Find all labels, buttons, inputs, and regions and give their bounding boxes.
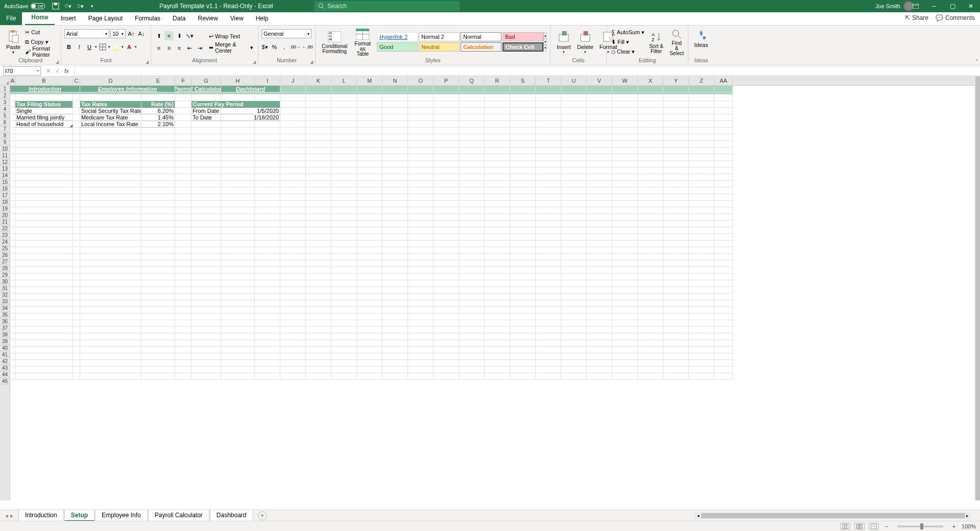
cell[interactable] xyxy=(73,307,80,313)
sheet-tab-dashboard[interactable]: Dashboard xyxy=(210,510,253,521)
cell[interactable] xyxy=(15,254,73,260)
cell[interactable] xyxy=(561,174,587,181)
cell[interactable]: Single xyxy=(15,108,73,114)
cell[interactable] xyxy=(638,280,663,287)
cell[interactable] xyxy=(587,201,612,207)
cell[interactable] xyxy=(357,207,383,214)
cell[interactable] xyxy=(10,154,15,161)
cell[interactable] xyxy=(587,227,612,234)
cell[interactable] xyxy=(587,121,612,128)
cell[interactable] xyxy=(408,267,434,274)
cell[interactable] xyxy=(408,367,434,373)
col-header-L[interactable]: L xyxy=(331,77,357,85)
cell[interactable] xyxy=(663,207,689,214)
cell[interactable]: Employee Information xyxy=(80,86,175,92)
qat-customize-icon[interactable]: ▾ xyxy=(89,3,96,10)
cell[interactable] xyxy=(612,340,638,347)
cell[interactable] xyxy=(485,327,510,333)
cell[interactable] xyxy=(536,247,561,254)
cell[interactable] xyxy=(306,86,331,92)
cell[interactable] xyxy=(192,234,221,240)
cell[interactable] xyxy=(714,327,733,333)
cell[interactable] xyxy=(255,187,280,194)
cell[interactable] xyxy=(192,353,221,360)
cell[interactable] xyxy=(221,161,255,167)
cell[interactable] xyxy=(434,108,459,114)
cell[interactable] xyxy=(434,154,459,161)
cell[interactable] xyxy=(638,221,663,227)
cell[interactable]: Married filing jointly xyxy=(15,114,73,121)
cell[interactable] xyxy=(73,254,80,260)
cell[interactable] xyxy=(306,94,331,101)
cell[interactable] xyxy=(255,260,280,267)
col-header-D[interactable]: D xyxy=(80,77,141,85)
cell[interactable] xyxy=(255,373,280,380)
cell[interactable] xyxy=(141,207,175,214)
cell[interactable] xyxy=(510,154,536,161)
cell[interactable] xyxy=(612,313,638,320)
cell[interactable] xyxy=(561,353,587,360)
cell[interactable] xyxy=(536,347,561,353)
cell[interactable] xyxy=(175,201,192,207)
cell[interactable] xyxy=(192,254,221,260)
cell[interactable] xyxy=(408,141,434,148)
cell[interactable] xyxy=(714,207,733,214)
cell[interactable] xyxy=(192,121,221,128)
cell[interactable] xyxy=(510,300,536,307)
cell[interactable] xyxy=(663,134,689,141)
cell[interactable] xyxy=(663,161,689,167)
cell[interactable] xyxy=(587,161,612,167)
cell[interactable] xyxy=(663,128,689,134)
cell[interactable] xyxy=(510,194,536,201)
cell[interactable] xyxy=(357,353,383,360)
cell[interactable] xyxy=(10,360,15,367)
cell[interactable] xyxy=(434,333,459,340)
cell[interactable] xyxy=(638,274,663,280)
cell[interactable] xyxy=(255,154,280,161)
cell[interactable] xyxy=(663,294,689,300)
cell[interactable] xyxy=(663,227,689,234)
cell[interactable] xyxy=(587,300,612,307)
cell[interactable] xyxy=(141,148,175,154)
cell[interactable] xyxy=(459,134,485,141)
align-right-icon[interactable]: ≡ xyxy=(175,43,184,53)
cell[interactable] xyxy=(459,300,485,307)
cell[interactable] xyxy=(689,300,714,307)
formula-input[interactable] xyxy=(74,66,980,76)
tab-formulas[interactable]: Formulas xyxy=(129,12,166,25)
cell[interactable] xyxy=(331,108,357,114)
cell[interactable] xyxy=(141,267,175,274)
cell[interactable] xyxy=(331,300,357,307)
cell[interactable] xyxy=(331,207,357,214)
cell[interactable] xyxy=(689,214,714,221)
cell[interactable] xyxy=(221,128,255,134)
cell[interactable] xyxy=(434,101,459,108)
cell[interactable] xyxy=(192,313,221,320)
cell[interactable] xyxy=(306,313,331,320)
cell[interactable] xyxy=(510,167,536,174)
cell[interactable] xyxy=(714,101,733,108)
row-header-19[interactable]: 19 xyxy=(0,205,10,212)
cell[interactable] xyxy=(434,234,459,240)
cell[interactable] xyxy=(714,187,733,194)
cell[interactable] xyxy=(280,181,306,187)
cell[interactable] xyxy=(485,307,510,313)
cell[interactable] xyxy=(485,287,510,294)
row-header-15[interactable]: 15 xyxy=(0,179,10,185)
cell[interactable] xyxy=(280,148,306,154)
cell[interactable] xyxy=(280,353,306,360)
cell[interactable] xyxy=(73,134,80,141)
cell[interactable] xyxy=(192,154,221,161)
cell[interactable] xyxy=(638,333,663,340)
cell[interactable] xyxy=(689,187,714,194)
tab-review[interactable]: Review xyxy=(192,12,224,25)
cell[interactable] xyxy=(510,360,536,367)
zoom-level[interactable]: 100% xyxy=(962,523,976,529)
cell[interactable] xyxy=(221,287,255,294)
cell[interactable] xyxy=(331,174,357,181)
cell[interactable] xyxy=(561,187,587,194)
row-header-13[interactable]: 13 xyxy=(0,165,10,172)
cell[interactable] xyxy=(141,320,175,327)
cell[interactable] xyxy=(280,267,306,274)
cell[interactable] xyxy=(357,260,383,267)
